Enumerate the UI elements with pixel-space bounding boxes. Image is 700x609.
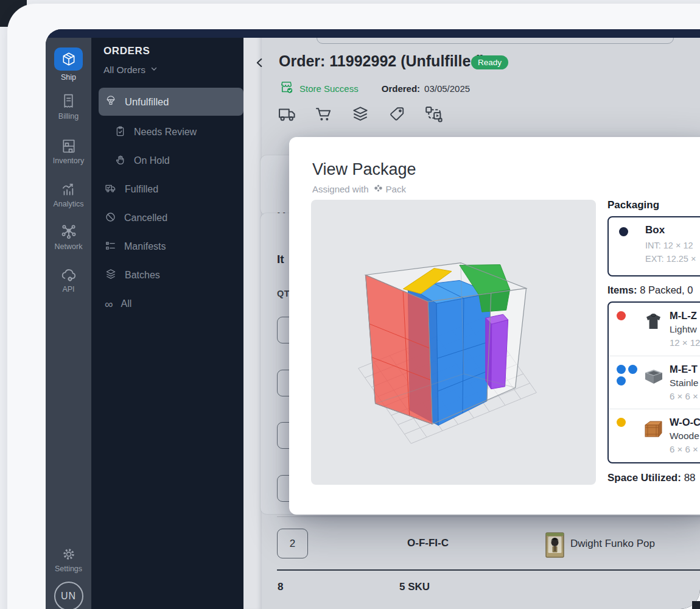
list-item: W-O-C Woode 6 × 6 × xyxy=(609,409,700,462)
cancel-icon xyxy=(105,211,116,225)
pack-logo-icon xyxy=(373,183,383,195)
rail-item-inventory[interactable]: Inventory xyxy=(46,138,91,165)
rail-item-ship[interactable]: Ship xyxy=(46,48,91,82)
rail-item-analytics[interactable]: Analytics xyxy=(46,181,91,208)
items-summary-value: 8 Packed, 0 xyxy=(637,284,693,295)
workflow-icon[interactable] xyxy=(423,104,444,124)
status-badge: Ready xyxy=(471,55,508,69)
store-link[interactable]: Store Success xyxy=(299,83,359,94)
truck-check-icon xyxy=(105,182,117,197)
nav-item-batches[interactable]: Batches xyxy=(105,267,160,284)
rail-label: API xyxy=(46,285,91,294)
rail-label: Network xyxy=(46,242,91,251)
modal-title: View Package xyxy=(312,160,416,179)
packaging-int-dims: INT: 12 × 12 xyxy=(645,241,693,250)
item-color-dots xyxy=(617,418,639,427)
all-orders-dropdown[interactable]: All Orders xyxy=(103,65,158,76)
nav-item-all[interactable]: ∞ All xyxy=(105,295,131,312)
nav-item-unfulfilled[interactable]: Unfulfilled xyxy=(99,88,243,116)
packed-items-list: M-L-Z Lightw 12 × 12 M-E-T Stainle 6 × 6… xyxy=(607,301,700,463)
rail-label: Analytics xyxy=(46,200,91,208)
nav-item-fulfilled[interactable]: Fulfilled xyxy=(105,181,158,198)
total-sku-count: 5 SKU xyxy=(399,581,430,593)
screen: Ship Billing Inventory Analytics xyxy=(0,0,700,609)
color-dot xyxy=(617,365,626,374)
view-package-modal: View Package Assigned with Pack xyxy=(289,137,700,515)
parachute-box-icon xyxy=(105,94,117,109)
color-dot xyxy=(628,365,637,374)
row-divider xyxy=(277,516,700,517)
layers-icon xyxy=(105,268,117,283)
tag-icon[interactable] xyxy=(387,104,407,124)
truck-icon[interactable] xyxy=(277,104,298,124)
qty-column-header-fragment: QT xyxy=(277,289,290,298)
dropdown-label: All Orders xyxy=(103,65,145,76)
item-sku: W-O-C xyxy=(670,417,700,428)
window-chrome-band xyxy=(46,29,700,38)
rail-item-api[interactable]: API xyxy=(46,267,91,294)
order-actions xyxy=(277,104,444,124)
nav-label: Manifests xyxy=(124,241,166,252)
back-button[interactable] xyxy=(253,55,267,73)
nav-label: Unfulfilled xyxy=(125,96,169,108)
user-avatar[interactable]: UN xyxy=(46,582,91,609)
clipboard-check-icon xyxy=(114,125,126,139)
ordered-label: Ordered: xyxy=(382,83,420,94)
nav-label: Cancelled xyxy=(124,213,167,224)
subtitle-prefix: Assigned with xyxy=(312,184,369,194)
jacket-thumb xyxy=(643,312,664,333)
color-dot xyxy=(617,418,626,427)
cart-icon[interactable] xyxy=(313,104,334,124)
gear-icon xyxy=(46,546,91,562)
nav-item-cancelled[interactable]: Cancelled xyxy=(105,209,167,227)
rail-label: Settings xyxy=(46,565,91,573)
nav-item-manifests[interactable]: Manifests xyxy=(105,238,166,255)
shelf-icon xyxy=(46,138,91,154)
qty-stepper[interactable]: 2 xyxy=(277,529,308,558)
row-sku: O-F-FI-C xyxy=(388,537,467,549)
space-utilized-value: 88 xyxy=(681,472,696,484)
item-dims: 6 × 6 × xyxy=(670,444,698,454)
color-dot xyxy=(617,311,626,320)
checklist-icon xyxy=(105,240,116,254)
nav-item-on-hold[interactable]: On Hold xyxy=(114,152,170,169)
order-title: Order: 11992992 (Unfulfilled) xyxy=(279,52,485,70)
desktop-corner-artifact xyxy=(692,601,700,609)
product-name: Dwight Funko Pop xyxy=(570,538,655,550)
nav-label: Needs Review xyxy=(134,127,197,138)
package-3d-visualization[interactable] xyxy=(311,200,596,485)
packaging-name: Box xyxy=(645,224,665,236)
avatar-initials: UN xyxy=(54,582,83,609)
product-image-funko xyxy=(545,532,564,560)
rail-item-settings[interactable]: Settings xyxy=(46,546,91,573)
network-nodes-icon xyxy=(46,223,91,240)
chevron-left-icon xyxy=(253,62,267,72)
order-meta-row: Store Success Ordered: 03/05/2025 xyxy=(279,80,470,96)
rail-label: Inventory xyxy=(46,157,91,165)
color-dot xyxy=(617,376,626,385)
infinity-icon: ∞ xyxy=(105,298,113,310)
rail-item-network[interactable]: Network xyxy=(46,223,91,251)
items-heading-fragment: It xyxy=(277,253,284,266)
orders-panel: ORDERS All Orders Unfulfilled Needs Revi… xyxy=(91,38,243,609)
nav-label: On Hold xyxy=(134,155,170,166)
item-sku: M-E-T xyxy=(670,364,698,375)
rail-item-billing[interactable]: Billing xyxy=(46,93,91,121)
packaging-card: Box INT: 12 × 12 EXT: 12.25 × xyxy=(607,216,700,276)
total-qty: 8 xyxy=(278,581,283,593)
packaging-heading: Packaging xyxy=(607,199,659,211)
package-cube-icon xyxy=(61,51,77,67)
nav-label: Batches xyxy=(125,270,160,281)
items-summary-label: Items: xyxy=(607,284,637,295)
ship-tile xyxy=(54,48,83,71)
space-utilized: Space Utilized: 88 xyxy=(607,472,696,484)
item-color-dots xyxy=(617,311,639,320)
metal-bin-thumb xyxy=(643,368,665,387)
packed-box-render xyxy=(311,200,596,485)
list-item: M-E-T Stainle 6 × 6 × xyxy=(609,356,700,409)
icon-rail: Ship Billing Inventory Analytics xyxy=(46,38,91,609)
chevron-down-icon xyxy=(150,65,158,76)
stack-icon[interactable] xyxy=(350,104,371,124)
nav-label: All xyxy=(121,298,132,309)
nav-item-needs-review[interactable]: Needs Review xyxy=(114,124,197,141)
